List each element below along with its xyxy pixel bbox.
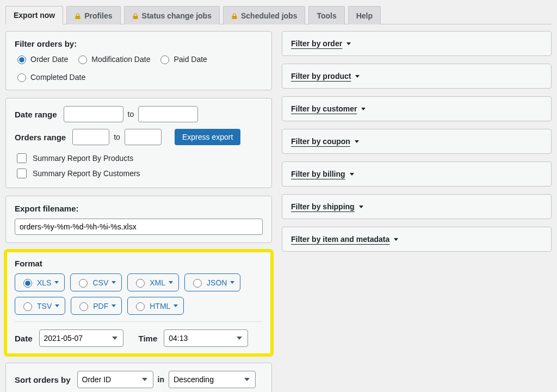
chevron-down-icon bbox=[230, 281, 234, 284]
format-html-radio[interactable] bbox=[136, 302, 145, 311]
lock-icon bbox=[75, 13, 81, 19]
format-date-select[interactable]: 2021-05-07 bbox=[39, 329, 123, 347]
format-time-label: Time bbox=[139, 334, 158, 343]
range-panel: Date range to Orders range to Express ex… bbox=[5, 98, 272, 188]
lock-icon bbox=[231, 13, 238, 19]
tab-help[interactable]: Help bbox=[348, 6, 381, 24]
chevron-down-icon bbox=[112, 281, 116, 284]
format-label: CSV bbox=[92, 278, 108, 287]
format-label: PDF bbox=[93, 302, 108, 310]
radio-modification-date-input[interactable] bbox=[78, 55, 87, 64]
radio-paid-date[interactable]: Paid Date bbox=[158, 54, 207, 64]
chevron-down-icon bbox=[346, 42, 351, 45]
sort-by-select[interactable]: Order ID bbox=[77, 371, 153, 388]
chevron-down-icon bbox=[54, 281, 59, 284]
tab-label: Status change jobs bbox=[142, 11, 212, 20]
radio-label: Order Date bbox=[30, 55, 68, 64]
sort-panel: Sort orders by Order ID in Descending or… bbox=[5, 363, 272, 392]
filter-by-item-meta-panel: Filter by item and metadata bbox=[282, 227, 552, 252]
format-label: XML bbox=[150, 278, 165, 287]
format-pdf[interactable]: PDF bbox=[71, 297, 122, 315]
format-json[interactable]: JSON bbox=[184, 273, 240, 291]
tab-export-now[interactable]: Export now bbox=[5, 6, 63, 24]
tab-scheduled-jobs[interactable]: Scheduled jobs bbox=[223, 6, 305, 24]
orders-range-label: Orders range bbox=[15, 133, 66, 142]
format-time-select[interactable]: 04:13 bbox=[164, 329, 248, 347]
filter-by-shipping-panel: Filter by shipping bbox=[282, 194, 552, 219]
filter-label: Filter by item and metadata bbox=[291, 235, 389, 244]
tab-label: Tools bbox=[317, 11, 336, 20]
format-csv[interactable]: CSV bbox=[70, 273, 122, 291]
format-json-radio[interactable] bbox=[193, 279, 202, 288]
format-xls-radio[interactable] bbox=[23, 279, 32, 288]
summary-products-checkbox[interactable] bbox=[17, 153, 27, 163]
radio-modification-date[interactable]: Modification Date bbox=[76, 54, 150, 64]
main-tabs: Export now Profiles Status change jobs S… bbox=[5, 5, 552, 24]
radio-order-date-input[interactable] bbox=[17, 55, 26, 64]
filter-by-coupon-toggle[interactable]: Filter by coupon bbox=[291, 137, 542, 146]
format-tsv-radio[interactable] bbox=[23, 302, 32, 311]
chevron-down-icon bbox=[350, 173, 354, 176]
radio-label: Paid Date bbox=[174, 55, 207, 64]
tab-label: Export now bbox=[14, 11, 55, 20]
orders-range-to-text: to bbox=[114, 133, 120, 141]
sort-order-select[interactable]: Descending bbox=[169, 371, 256, 388]
format-label: XLS bbox=[37, 278, 51, 287]
radio-completed-date[interactable]: Completed Date bbox=[15, 72, 85, 82]
filename-label: Export filename: bbox=[15, 204, 263, 213]
filter-by-billing-panel: Filter by billing bbox=[282, 161, 552, 186]
date-range-to-text: to bbox=[128, 110, 134, 119]
filename-panel: Export filename: bbox=[5, 196, 272, 243]
filter-by-order-toggle[interactable]: Filter by order bbox=[291, 39, 542, 48]
filter-label: Filter by order bbox=[291, 39, 342, 48]
tab-status-change-jobs[interactable]: Status change jobs bbox=[124, 6, 220, 24]
radio-completed-date-input[interactable] bbox=[17, 73, 26, 82]
tab-label: Profiles bbox=[84, 11, 112, 20]
format-tsv[interactable]: TSV bbox=[15, 297, 65, 315]
radio-order-date[interactable]: Order Date bbox=[15, 54, 68, 64]
filter-by-customer-panel: Filter by customer bbox=[282, 96, 552, 121]
summary-customers-label: Summary Report By Customers bbox=[33, 169, 140, 178]
express-export-button[interactable]: Express export bbox=[175, 129, 240, 145]
lock-icon bbox=[132, 13, 139, 19]
format-pdf-radio[interactable] bbox=[79, 302, 88, 311]
chevron-down-icon bbox=[55, 304, 59, 307]
filename-input[interactable] bbox=[15, 219, 263, 235]
date-range-from-input[interactable] bbox=[64, 106, 123, 122]
filter-by-coupon-panel: Filter by coupon bbox=[282, 129, 552, 154]
chevron-down-icon bbox=[112, 304, 116, 307]
chevron-down-icon bbox=[355, 140, 359, 143]
tab-profiles[interactable]: Profiles bbox=[66, 6, 120, 24]
summary-customers-checkbox[interactable] bbox=[17, 169, 27, 178]
format-date-label: Date bbox=[15, 334, 33, 343]
radio-label: Modification Date bbox=[91, 55, 150, 64]
filter-label: Filter by coupon bbox=[291, 137, 350, 146]
tab-tools[interactable]: Tools bbox=[308, 6, 344, 24]
filter-by-item-meta-toggle[interactable]: Filter by item and metadata bbox=[291, 235, 542, 244]
format-html[interactable]: HTML bbox=[127, 297, 184, 315]
format-xml-radio[interactable] bbox=[136, 279, 145, 288]
radio-paid-date-input[interactable] bbox=[160, 55, 169, 64]
date-range-label: Date range bbox=[15, 110, 57, 119]
filter-by-billing-toggle[interactable]: Filter by billing bbox=[291, 170, 542, 178]
radio-label: Completed Date bbox=[30, 73, 85, 82]
orders-range-from-input[interactable] bbox=[72, 129, 109, 145]
tab-label: Help bbox=[356, 11, 373, 20]
filter-by-shipping-toggle[interactable]: Filter by shipping bbox=[291, 202, 542, 211]
sort-in-text: in bbox=[158, 375, 164, 384]
filter-by-product-toggle[interactable]: Filter by product bbox=[291, 72, 542, 80]
format-csv-radio[interactable] bbox=[79, 279, 88, 288]
filter-orders-panel: Filter orders by: Order Date Modificatio… bbox=[5, 31, 272, 90]
format-label: HTML bbox=[150, 302, 170, 310]
chevron-down-icon bbox=[361, 108, 366, 110]
format-xml[interactable]: XML bbox=[127, 273, 179, 291]
chevron-down-icon bbox=[355, 75, 360, 78]
filter-label: Filter by shipping bbox=[291, 202, 355, 211]
filter-by-customer-toggle[interactable]: Filter by customer bbox=[291, 104, 542, 113]
orders-range-to-input[interactable] bbox=[125, 129, 162, 145]
tab-label: Scheduled jobs bbox=[241, 11, 297, 20]
filter-orders-title: Filter orders by: bbox=[15, 39, 263, 48]
format-xls[interactable]: XLS bbox=[15, 273, 65, 291]
date-range-to-input[interactable] bbox=[138, 106, 198, 122]
filter-by-product-panel: Filter by product bbox=[282, 64, 552, 89]
